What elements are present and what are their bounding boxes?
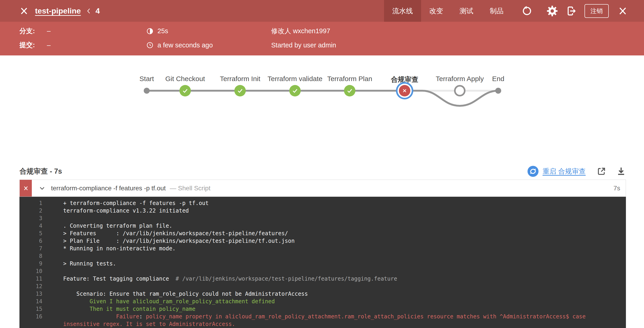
log-line-number[interactable]: 15 <box>20 305 42 313</box>
step-title: terraform-compliance -f features -p tf.o… <box>51 185 166 192</box>
restart-stage-icon[interactable] <box>528 166 538 177</box>
stage-label: Terraform validate <box>268 75 322 83</box>
log-line-number[interactable]: 13 <box>20 290 42 298</box>
log-line-number[interactable]: 16 <box>20 313 42 320</box>
log-line: 11Feature: Test tagging compliance # /va… <box>20 275 626 283</box>
stage-label: Start <box>139 75 154 83</box>
tab-改变[interactable]: 改变 <box>421 0 451 22</box>
breadcrumb: test-pipeline 4 <box>35 7 100 15</box>
stage-label: 合规审查 <box>391 75 418 84</box>
log-line-text: terraform-compliance v1.3.22 initiated <box>63 207 626 215</box>
stage-node-success[interactable] <box>234 85 246 96</box>
branch-value: – <box>47 27 50 35</box>
log-line-number[interactable]: 9 <box>20 260 42 267</box>
log-line: 1+ terraform-compliance -f features -p t… <box>20 199 626 207</box>
log-line: 14 Given I have alicloud_ram_role_policy… <box>20 298 626 305</box>
close-page-icon[interactable] <box>618 6 628 16</box>
log-line: 9> Running tests. <box>20 260 626 267</box>
log-line-number[interactable]: 3 <box>20 215 42 222</box>
log-line-number[interactable]: 5 <box>20 230 42 237</box>
stage-detail-bar: 合规审查 - 7s 重启 合规审查 <box>0 163 644 180</box>
pipeline-graph: StartGit CheckoutTerraform InitTerraform… <box>0 73 644 126</box>
log-line-number[interactable]: 2 <box>20 207 42 215</box>
log-line: 12 <box>20 283 626 290</box>
topbar-tabs: 流水线改变测试制品 <box>384 0 512 22</box>
commit-label: 提交: <box>20 41 47 50</box>
stage-node-success[interactable] <box>289 85 301 96</box>
pipeline-name-link[interactable]: test-pipeline <box>35 7 81 15</box>
pipeline-run-page: test-pipeline 4 流水线改变测试制品 <box>0 0 644 328</box>
log-step-header[interactable]: terraform-compliance -f features -p tf.o… <box>20 180 626 197</box>
log-line: 2terraform-compliance v1.3.22 initiated <box>20 207 626 215</box>
log-line-text: Then it must contain policy_name <box>63 305 626 313</box>
open-external-icon[interactable] <box>597 167 606 176</box>
replay-icon[interactable] <box>521 6 532 16</box>
log-line: 13 Scenario: Ensure that ram_role_policy… <box>20 290 626 298</box>
stage-node-success[interactable] <box>180 85 191 96</box>
log-line: 6> Plan File : /var/lib/jenkins/workspac… <box>20 237 626 245</box>
duration-value: 25s <box>158 27 168 35</box>
log-line-text: > Running tests. <box>63 260 626 267</box>
started-by: Started by user admin <box>271 42 336 49</box>
stage-label: Terraform Plan <box>327 75 372 83</box>
log-line: 15 Then it must contain policy_name <box>20 305 626 313</box>
stage-node-success[interactable] <box>344 85 356 96</box>
user-column: 修改人 wxchen1997 Started by user admin <box>271 22 336 56</box>
download-log-icon[interactable] <box>616 167 626 176</box>
close-icon[interactable] <box>20 7 28 16</box>
duration-icon <box>146 28 153 35</box>
stage-label: End <box>492 75 504 83</box>
logout-door-icon[interactable] <box>566 6 577 16</box>
log-line-number[interactable]: 14 <box>20 298 42 305</box>
log-line: 3 <box>20 215 626 222</box>
log-line-number[interactable]: 6 <box>20 237 42 245</box>
log-line: 7* Running in non-interactive mode. <box>20 245 626 252</box>
chevron-left-icon <box>85 8 92 15</box>
log-body: 1+ terraform-compliance -f features -p t… <box>20 197 626 328</box>
chevron-down-icon[interactable] <box>38 184 46 192</box>
clock-icon <box>146 42 153 49</box>
restart-stage-link[interactable]: 重启 合规审查 <box>542 167 586 176</box>
log-line: 8 <box>20 252 626 260</box>
branch-label: 分支: <box>20 27 47 36</box>
stage-label: Git Checkout <box>165 75 205 83</box>
stage-label: Terraform Apply <box>436 75 484 83</box>
changed-by: 修改人 wxchen1997 <box>271 27 330 36</box>
log-line-text: > Plan File : /var/lib/jenkins/workspace… <box>63 237 626 245</box>
log-line-number[interactable]: 1 <box>20 199 42 207</box>
time-column: 25s a few seconds ago <box>146 22 213 56</box>
log-line-number[interactable]: 10 <box>20 267 42 275</box>
log-line-number[interactable]: 11 <box>20 275 42 283</box>
log-line-text: > Features : /var/lib/jenkins/workspace/… <box>63 230 626 237</box>
step-duration: 7s <box>613 185 626 192</box>
topbar-icons: 注销 <box>512 4 644 18</box>
commit-value: – <box>47 42 50 49</box>
x-icon <box>22 185 29 192</box>
stage-label: Terraform Init <box>220 75 260 83</box>
log-line: 10 <box>20 267 626 275</box>
tab-流水线[interactable]: 流水线 <box>384 0 421 22</box>
run-number: 4 <box>96 7 100 15</box>
tab-制品[interactable]: 制品 <box>482 0 512 22</box>
log-line-text: Feature: Test tagging compliance # /var/… <box>63 275 626 283</box>
log-line-number[interactable]: 8 <box>20 252 42 260</box>
log-line-number[interactable]: 12 <box>20 283 42 290</box>
stage-node-failure[interactable] <box>399 85 410 96</box>
log-card: terraform-compliance -f features -p tf.o… <box>20 180 626 328</box>
step-failure-badge <box>20 180 32 197</box>
stage-node-terminal <box>495 88 501 94</box>
run-info-bar: 分支: – 提交: – 25s a few second <box>0 22 644 56</box>
log-line-number[interactable]: 7 <box>20 245 42 252</box>
log-line-number[interactable]: 4 <box>20 222 42 230</box>
log-line: 16 Failure: policy_name property in alic… <box>20 313 626 328</box>
stage-node-terminal <box>144 88 150 94</box>
top-bar: test-pipeline 4 流水线改变测试制品 <box>0 0 644 22</box>
stage-title: 合规审查 - 7s <box>20 167 62 176</box>
tab-测试[interactable]: 测试 <box>451 0 482 22</box>
log-line-text: . Converting terraform plan file. <box>63 222 626 230</box>
log-line: 4. Converting terraform plan file. <box>20 222 626 230</box>
stage-node-not_built[interactable] <box>454 85 466 96</box>
logout-button[interactable]: 注销 <box>584 4 609 18</box>
log-line-text: Given I have alicloud_ram_role_policy_at… <box>63 298 626 305</box>
gear-icon[interactable] <box>547 6 558 16</box>
